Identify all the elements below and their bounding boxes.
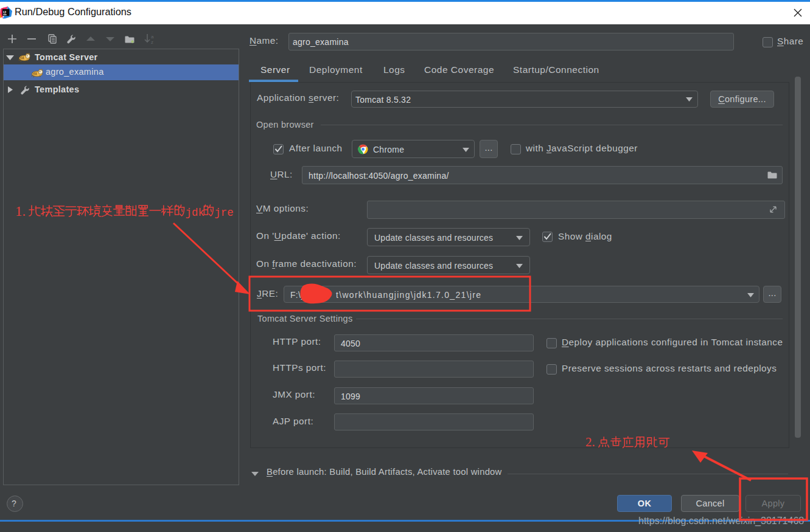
svg-text:IJ: IJ [3,10,6,14]
svg-text:z: z [151,40,153,44]
svg-text:a: a [151,34,154,40]
